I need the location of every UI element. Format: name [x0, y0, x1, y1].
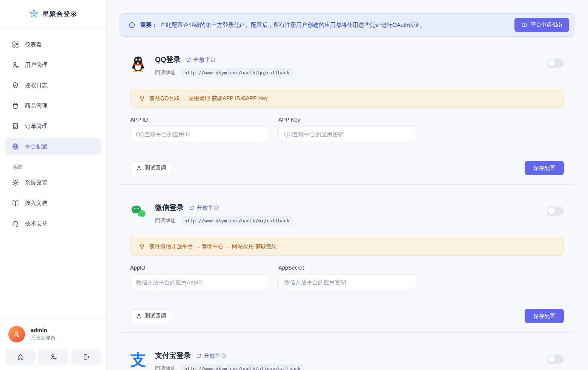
home-button[interactable] — [5, 349, 35, 365]
platform-section-qq: QQ登录 开放平台 回调地址: http://www.dkym.com/oaut… — [120, 37, 574, 184]
open-platform-link[interactable]: 开放平台 — [196, 352, 226, 359]
info-icon — [128, 22, 135, 29]
callback-label: 回调地址: — [155, 365, 177, 370]
external-link-icon — [196, 353, 201, 358]
app-header: 星聚合登录 — [0, 0, 106, 28]
platform-list: QQ登录 开放平台 回调地址: http://www.dkym.com/oaut… — [120, 37, 574, 370]
platform-title: 支付宝登录 — [155, 351, 191, 361]
section-actions: 测试回调 保存配置 — [130, 161, 564, 175]
callback-url: http://www.dkym.com/oauth/wx/callback — [181, 216, 293, 225]
sidebar: 星聚合登录 仪表盘 用户管理 授权日志 商品管理 订单管理 平台配置 系统 系统… — [0, 0, 107, 370]
book-icon — [12, 199, 19, 207]
headphones-icon — [12, 220, 19, 227]
section-actions: 测试回调 保存配置 — [130, 309, 564, 323]
avatar — [8, 326, 25, 342]
sidebar-item-support[interactable]: 技术支持 — [5, 215, 101, 232]
qq-test-callback-button[interactable]: 测试回调 — [130, 161, 172, 175]
qq-app-key-input[interactable] — [278, 126, 416, 142]
main-nav: 仪表盘 用户管理 授权日志 商品管理 订单管理 平台配置 — [0, 28, 106, 159]
guide-button[interactable]: 平台申请指南 — [514, 18, 569, 32]
user-gear-icon — [50, 353, 57, 361]
logout-icon — [83, 353, 90, 361]
callback-label: 回调地址: — [155, 217, 177, 224]
platform-header: 微信登录 开放平台 回调地址: http://www.dkym.com/oaut… — [130, 203, 564, 225]
wechat-logo-icon — [130, 203, 146, 221]
bag-icon — [12, 102, 19, 109]
wechat-appsecret-input[interactable] — [278, 274, 416, 290]
sidebar-item-platform-config[interactable]: 平台配置 — [5, 138, 101, 155]
flask-icon — [136, 165, 142, 171]
external-link-icon — [186, 57, 191, 62]
platform-header: 支 支付宝登录 开放平台 回调地址: http://www.dkym.com/o… — [130, 351, 564, 370]
qq-app-id-input[interactable] — [130, 126, 268, 142]
qq-enable-toggle[interactable] — [547, 59, 564, 68]
open-platform-link[interactable]: 开放平台 — [189, 204, 219, 211]
banner-prefix: 重要： — [140, 22, 157, 28]
footer-buttons — [5, 349, 101, 365]
doc-icon — [12, 122, 19, 130]
gear-icon — [12, 179, 19, 187]
callback-url: http://www.dkym.com/oauth/alipay/callbac… — [181, 364, 305, 370]
platform-title: QQ登录 — [155, 55, 181, 65]
platform-title: 微信登录 — [155, 203, 184, 213]
star-logo-icon — [29, 9, 39, 18]
field-label: APP ID — [130, 117, 268, 123]
tip-banner: 前往微信开放平台 → 管理中心 → 网站应用 获取凭证 — [130, 237, 564, 256]
usergear-icon — [12, 61, 19, 69]
platform-section-wechat: 微信登录 开放平台 回调地址: http://www.dkym.com/oaut… — [120, 184, 574, 332]
sidebar-footer: admin 系统管理员 — [0, 318, 106, 370]
alipay-enable-toggle[interactable] — [547, 355, 564, 364]
tip-text: 前往微信开放平台 → 管理中心 → 网站应用 获取凭证 — [149, 243, 277, 250]
nav-section-label: 系统 — [0, 159, 106, 174]
sidebar-item-auth-logs[interactable]: 授权日志 — [5, 77, 101, 94]
qq-logo-icon — [130, 55, 146, 73]
sidebar-item-dashboard[interactable]: 仪表盘 — [5, 36, 101, 53]
shield-icon — [12, 82, 19, 89]
user-name: admin — [31, 327, 55, 333]
open-platform-link[interactable]: 开放平台 — [186, 56, 216, 63]
field-label: AppSecret — [278, 265, 416, 271]
important-banner: 重要：在此配置企业级的第三方登录凭证。配置后，所有注册用户创建的应用都将使用这些… — [120, 13, 574, 37]
tip-text: 前往QQ互联 → 应用管理 获取APP ID和APP Key — [149, 95, 268, 102]
tip-banner: 前往QQ互联 → 应用管理 获取APP ID和APP Key — [130, 89, 564, 108]
app-title: 星聚合登录 — [43, 9, 78, 18]
field-label: AppID — [130, 265, 268, 271]
sidebar-item-products[interactable]: 商品管理 — [5, 97, 101, 114]
user-role: 系统管理员 — [31, 335, 55, 341]
sidebar-item-docs[interactable]: 接入文档 — [5, 195, 101, 211]
sidebar-item-orders[interactable]: 订单管理 — [5, 118, 101, 134]
book-open-icon — [521, 22, 527, 28]
banner-text: 重要：在此配置企业级的第三方登录凭证。配置后，所有注册用户创建的应用都将使用这些… — [140, 22, 425, 29]
user-row: admin 系统管理员 — [5, 324, 101, 349]
main-content: 重要：在此配置企业级的第三方登录凭证。配置后，所有注册用户创建的应用都将使用这些… — [107, 0, 588, 370]
platform-config-page: 星聚合登录 仪表盘 用户管理 授权日志 商品管理 订单管理 平台配置 系统 系统… — [0, 0, 588, 370]
lightbulb-icon — [139, 243, 145, 250]
callback-url: http://www.dkym.com/oauth/qq/callback — [181, 68, 293, 77]
wechat-enable-toggle[interactable] — [547, 207, 564, 216]
qq-save-config-button[interactable]: 保存配置 — [525, 161, 564, 175]
external-link-icon — [189, 205, 194, 210]
system-nav: 系统设置 接入文档 技术支持 — [0, 174, 106, 236]
sidebar-item-users[interactable]: 用户管理 — [5, 57, 101, 73]
user-info: admin 系统管理员 — [31, 327, 55, 341]
field-label: APP Key — [278, 117, 416, 123]
platform-header: QQ登录 开放平台 回调地址: http://www.dkym.com/oaut… — [130, 55, 564, 77]
credential-fields: AppID AppSecret — [130, 265, 564, 290]
lightbulb-icon — [139, 95, 145, 102]
alipay-logo-icon: 支 — [130, 351, 146, 369]
sidebar-item-settings[interactable]: 系统设置 — [5, 174, 101, 191]
wechat-test-callback-button[interactable]: 测试回调 — [130, 309, 172, 323]
platform-section-alipay: 支 支付宝登录 开放平台 回调地址: http://www.dkym.com/o… — [120, 332, 574, 370]
wechat-appid-input[interactable] — [130, 274, 268, 290]
wechat-save-config-button[interactable]: 保存配置 — [525, 309, 564, 323]
profile-button[interactable] — [38, 349, 68, 365]
credential-fields: APP ID APP Key — [130, 117, 564, 142]
dashboard-icon — [12, 41, 19, 48]
callback-label: 回调地址: — [155, 69, 177, 76]
flask-icon — [136, 313, 142, 319]
globe-icon — [12, 143, 19, 150]
home-icon — [17, 353, 24, 361]
logout-button[interactable] — [71, 349, 101, 365]
